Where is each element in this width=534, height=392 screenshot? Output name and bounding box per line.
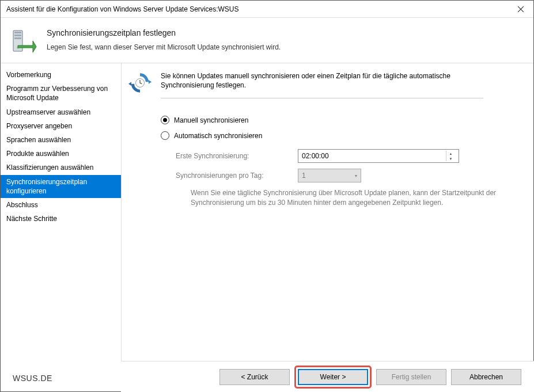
sidebar-item[interactable]: Upstreamserver auswählen [1, 105, 121, 119]
server-sync-icon [10, 28, 37, 56]
first-sync-label: Erste Synchronisierung: [176, 152, 291, 160]
svg-marker-5 [149, 80, 152, 84]
sidebar-item-selected[interactable]: Synchronisierungszeitplan konfigurieren [1, 175, 121, 198]
header-sub: Legen Sie fest, wann dieser Server mit M… [47, 43, 281, 51]
wizard-steps-sidebar: Vorbemerkung Programm zur Verbesserung v… [1, 63, 122, 374]
per-day-label: Synchronisierungen pro Tag: [176, 172, 291, 180]
radio-label: Automatisch synchronisieren [174, 132, 262, 140]
per-day-input: 1 ▾ [298, 169, 361, 182]
sidebar-item[interactable]: Vorbemerkung [1, 68, 121, 82]
sidebar-item[interactable]: Nächste Schritte [1, 212, 121, 226]
radio-label: Manuell synchronisieren [174, 116, 248, 124]
sync-clock-icon [128, 71, 152, 94]
header-heading: Synchronisierungszeitplan festlegen [47, 28, 281, 37]
spinner-down[interactable]: ▼ [446, 156, 455, 161]
svg-rect-2 [14, 35, 21, 36]
finish-button: Fertig stellen [376, 369, 446, 385]
close-icon [518, 6, 524, 12]
radio-icon [161, 116, 169, 124]
chevron-down-icon: ▾ [355, 173, 357, 178]
titlebar: Assistent für die Konfiguration von Wind… [1, 1, 533, 18]
radio-icon [161, 131, 169, 140]
cancel-button[interactable]: Abbrechen [451, 369, 521, 385]
sidebar-item[interactable]: Programm zur Verbesserung von Microsoft … [1, 82, 121, 105]
intro-text: Sie können Updates manuell synchronisier… [161, 71, 483, 90]
wizard-footer: < Zurück Weiter > Fertig stellen Abbrech… [121, 361, 534, 392]
sidebar-item[interactable]: Abschluss [1, 198, 121, 212]
back-button[interactable]: < Zurück [219, 369, 290, 385]
schedule-note: Wenn Sie eine tägliche Synchronisierung … [191, 188, 513, 207]
sidebar-item[interactable]: Sprachen auswählen [1, 133, 121, 147]
divider [161, 98, 483, 98]
sidebar-item[interactable]: Klassifizierungen auswählen [1, 161, 121, 174]
wizard-header: Synchronisierungszeitplan festlegen Lege… [1, 18, 533, 63]
svg-marker-6 [128, 82, 131, 86]
next-button[interactable]: Weiter > [298, 369, 368, 385]
first-sync-input[interactable]: 02:00:00 ▲ ▼ [298, 149, 459, 163]
spinner-up[interactable]: ▲ [446, 151, 455, 156]
brand-watermark: WSUS.DE [13, 374, 52, 383]
window-title: Assistent für die Konfiguration von Wind… [6, 5, 508, 13]
close-button[interactable] [508, 1, 533, 18]
sidebar-item[interactable]: Proxyserver angeben [1, 119, 121, 133]
sidebar-item[interactable]: Produkte auswählen [1, 147, 121, 161]
per-day-value: 1 [302, 172, 306, 180]
svg-rect-1 [14, 32, 21, 33]
first-sync-value: 02:00:00 [302, 152, 329, 160]
svg-rect-3 [14, 37, 21, 39]
next-highlight: Weiter > [294, 366, 372, 389]
radio-manual[interactable]: Manuell synchronisieren [161, 116, 516, 124]
radio-auto[interactable]: Automatisch synchronisieren [161, 131, 516, 140]
main-panel: Sie können Updates manuell synchronisier… [122, 63, 533, 374]
spinner: ▲ ▼ [446, 151, 455, 161]
